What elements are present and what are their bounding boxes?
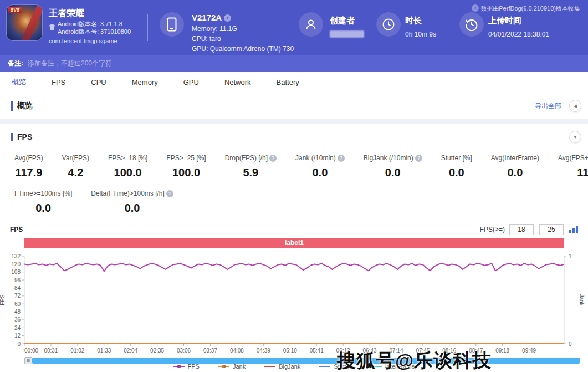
overview-collapse-button[interactable]: ◀ <box>569 100 581 112</box>
tab-cpu[interactable]: CPU <box>91 78 106 86</box>
y-tick-label: 72 <box>14 293 21 299</box>
y-tick-label: 0 <box>17 341 21 347</box>
y-tick-label: 132 <box>11 253 21 259</box>
fps-collapse-button[interactable]: ▼ <box>569 131 581 143</box>
x-tick-label: 05:10 <box>283 348 297 354</box>
metric-label: Drop(FPS) [/h]? <box>225 154 277 162</box>
tab-bar: 概览FPSCPUMemoryGPUNetworkBattery <box>0 72 588 93</box>
legend-item-bigjank[interactable]: BigJank <box>264 363 300 370</box>
fps-section-title: FPS <box>11 133 32 141</box>
overview-title: 概览 <box>11 101 33 111</box>
chart-title: FPS <box>10 226 23 233</box>
device-icon-circle <box>160 12 184 37</box>
y-axis-left-title: FPS <box>0 294 6 305</box>
device-memory: Memory: 11.1G <box>192 24 237 34</box>
android-icon <box>49 23 55 33</box>
fps-threshold-label: FPS(>=) <box>480 226 505 233</box>
android-version-code: Android版本号: 371010800 <box>58 28 131 36</box>
upload-time-icon-circle <box>459 12 484 37</box>
duration-label: 时长 <box>405 16 422 26</box>
tab-概览[interactable]: 概览 <box>12 77 26 87</box>
y-tick-label: 36 <box>14 317 21 323</box>
clock-icon <box>382 18 395 31</box>
creator-name-redacted <box>330 30 364 38</box>
x-tick-label: 02:04 <box>124 348 137 354</box>
metric-label: Avg(FPS) <box>14 154 43 162</box>
legend-label: BigJank <box>279 363 300 370</box>
metric-label: FTime>=100ms [%] <box>14 190 72 197</box>
x-tick-label: 05:41 <box>310 348 324 354</box>
metric-label: Avg(FPS+InterFrame) <box>558 154 588 162</box>
metric-item: Drop(FPS) [/h]?5.9 <box>225 154 277 179</box>
help-icon[interactable]: ? <box>166 190 173 197</box>
metric-label: Jank (/10min)? <box>295 154 345 162</box>
tab-memory[interactable]: Memory <box>132 78 158 86</box>
metric-label: Avg(InterFrame) <box>491 154 539 162</box>
y-tick-label: 12 <box>14 333 21 339</box>
chevron-left-icon: ◀ <box>574 104 577 109</box>
fps-threshold-input-2[interactable] <box>539 224 564 235</box>
chevron-down-icon: ▼ <box>573 135 577 140</box>
metric-item: Delta(FTime)>100ms [/h]?0.0 <box>91 190 173 215</box>
x-tick-label: 00:31 <box>44 348 58 354</box>
legend-label: Jank <box>233 363 246 370</box>
collect-note-text: 数据由PerfDog(6.0.210910)版本收集 <box>480 5 580 12</box>
fps-threshold-input-1[interactable] <box>509 224 534 235</box>
help-icon[interactable]: ? <box>338 155 345 162</box>
android-version-name: Android版本名: 3.71.1.8 <box>58 20 122 28</box>
section-separator <box>0 119 588 124</box>
metric-label: Delta(FTime)>100ms [/h]? <box>91 190 173 197</box>
watermark-text: 搜狐号@乐谈科技 <box>337 348 492 372</box>
metric-label: FPS>=18 [%] <box>108 154 147 162</box>
device-cpu: CPU: taro <box>192 34 221 44</box>
history-clock-icon <box>465 18 478 31</box>
blue-settings-icon[interactable] <box>569 226 580 233</box>
device-info-icon[interactable]: i <box>224 14 231 22</box>
metric-item: FPS>=18 [%]100.0 <box>108 154 147 179</box>
tab-fps[interactable]: FPS <box>52 78 65 86</box>
metric-item: Jank (/10min)?0.0 <box>295 154 345 179</box>
metric-value: 4.2 <box>62 166 89 179</box>
fps-metrics-row2: FTime>=100ms [%]0.0Delta(FTime)>100ms [/… <box>14 190 192 215</box>
y-tick-label: 48 <box>14 309 21 315</box>
help-icon[interactable]: ? <box>269 155 277 162</box>
y-tick-right-label: 1 <box>569 253 572 259</box>
duration-icon-circle <box>376 12 401 37</box>
y-tick-label: 24 <box>14 325 21 331</box>
tab-gpu[interactable]: GPU <box>183 78 199 86</box>
tab-battery[interactable]: Battery <box>277 78 299 86</box>
metric-label: Stutter [%] <box>441 154 472 162</box>
overview-section-header: 概览 导出全部 ◀ <box>0 93 588 119</box>
tab-network[interactable]: Network <box>224 78 251 86</box>
legend-item-jank[interactable]: Jank <box>218 363 246 370</box>
x-tick-label: 04:39 <box>257 348 270 354</box>
export-all-link[interactable]: 导出全部 <box>535 101 561 111</box>
creator-icon-circle <box>299 12 323 37</box>
metric-value: 0.0 <box>91 202 173 215</box>
metric-label: FPS>=25 [%] <box>166 154 206 162</box>
note-input-placeholder[interactable]: 添加备注，不超过200个字符 <box>28 59 112 68</box>
metric-item: BigJank (/10min)?0.0 <box>364 154 422 179</box>
y-tick-right-label: 0 <box>569 341 572 347</box>
app-package-name: com.tencent.tmgp.sgame <box>49 38 117 44</box>
help-icon[interactable]: ? <box>415 155 422 162</box>
chart-label1-bar: label1 <box>24 238 564 248</box>
metric-label: Var(FPS) <box>62 154 89 162</box>
legend-label: FPS <box>188 363 200 370</box>
chart-legend: FPSJankBigJankStutterInterFrame <box>0 363 588 370</box>
game-app-icon: 5V5 <box>7 5 42 40</box>
device-model-text: V2172A <box>192 13 222 22</box>
note-label: 备注: <box>8 59 23 68</box>
y-tick-label: 96 <box>14 277 21 283</box>
legend-marker <box>218 366 229 367</box>
upload-time-label: 上传时间 <box>488 16 521 26</box>
metric-value: 100.0 <box>108 166 147 179</box>
y-tick-label: 84 <box>14 285 21 291</box>
device-model: V2172A i <box>192 13 231 22</box>
fps-line-chart[interactable]: 0122436486072849610812013201FPSJank00:00… <box>0 248 588 357</box>
metric-value: 100.0 <box>166 166 206 179</box>
legend-item-fps[interactable]: FPS <box>173 363 200 370</box>
note-bar[interactable]: 备注: 添加备注，不超过200个字符 <box>0 55 588 72</box>
metric-item: FTime>=100ms [%]0.0 <box>14 190 72 215</box>
metric-value: 117.9 <box>14 166 43 179</box>
